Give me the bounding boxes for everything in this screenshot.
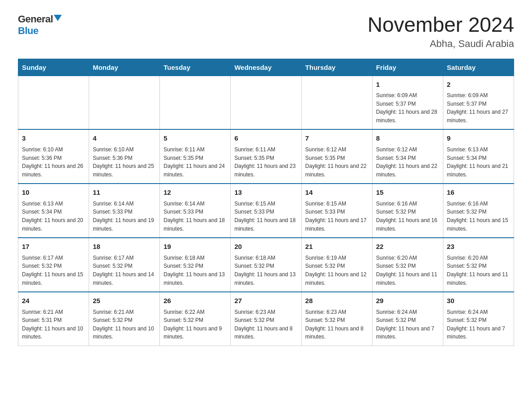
day-info: Sunrise: 6:12 AMSunset: 5:34 PMDaylight:… (376, 146, 439, 179)
calendar-cell (18, 76, 89, 129)
day-info: Sunrise: 6:19 AMSunset: 5:32 PMDaylight:… (305, 254, 369, 287)
calendar-cell: 1Sunrise: 6:09 AMSunset: 5:37 PMDaylight… (372, 76, 443, 129)
day-number: 11 (93, 188, 156, 198)
day-number: 9 (447, 133, 510, 144)
calendar-week-row: 3Sunrise: 6:10 AMSunset: 5:36 PMDaylight… (18, 129, 514, 184)
day-number: 24 (22, 296, 85, 306)
calendar-cell: 4Sunrise: 6:10 AMSunset: 5:36 PMDaylight… (89, 129, 160, 184)
day-number: 14 (305, 188, 369, 198)
weekday-header-friday: Friday (372, 59, 443, 76)
day-info: Sunrise: 6:10 AMSunset: 5:36 PMDaylight:… (93, 146, 156, 179)
day-number: 16 (447, 188, 510, 198)
calendar-cell: 21Sunrise: 6:19 AMSunset: 5:32 PMDayligh… (301, 238, 372, 292)
calendar-cell: 19Sunrise: 6:18 AMSunset: 5:32 PMDayligh… (160, 238, 231, 292)
weekday-header-monday: Monday (89, 59, 160, 76)
calendar-cell: 20Sunrise: 6:18 AMSunset: 5:32 PMDayligh… (231, 238, 301, 292)
weekday-header-saturday: Saturday (443, 59, 514, 76)
calendar-cell: 26Sunrise: 6:22 AMSunset: 5:32 PMDayligh… (160, 292, 231, 346)
day-number: 27 (234, 296, 297, 306)
calendar-cell: 25Sunrise: 6:21 AMSunset: 5:32 PMDayligh… (89, 292, 160, 346)
day-number: 8 (376, 133, 439, 144)
day-info: Sunrise: 6:17 AMSunset: 5:32 PMDaylight:… (22, 254, 85, 287)
logo-triangle-icon (54, 15, 62, 21)
day-info: Sunrise: 6:09 AMSunset: 5:37 PMDaylight:… (447, 91, 510, 124)
day-number: 25 (93, 296, 156, 306)
day-info: Sunrise: 6:15 AMSunset: 5:33 PMDaylight:… (234, 200, 297, 233)
day-number: 12 (163, 188, 227, 198)
calendar-cell (89, 76, 160, 129)
day-number: 1 (376, 80, 439, 90)
calendar-cell (231, 76, 301, 129)
day-number: 3 (22, 133, 85, 144)
day-number: 15 (376, 188, 439, 198)
calendar-week-row: 1Sunrise: 6:09 AMSunset: 5:37 PMDaylight… (18, 76, 514, 129)
day-number: 5 (163, 133, 227, 144)
day-info: Sunrise: 6:20 AMSunset: 5:32 PMDaylight:… (447, 254, 510, 287)
day-info: Sunrise: 6:14 AMSunset: 5:33 PMDaylight:… (163, 200, 227, 233)
calendar-cell: 9Sunrise: 6:13 AMSunset: 5:34 PMDaylight… (443, 129, 514, 184)
calendar-week-row: 24Sunrise: 6:21 AMSunset: 5:31 PMDayligh… (18, 292, 514, 346)
calendar-cell: 6Sunrise: 6:11 AMSunset: 5:35 PMDaylight… (231, 129, 301, 184)
day-info: Sunrise: 6:20 AMSunset: 5:32 PMDaylight:… (376, 254, 439, 287)
day-number: 21 (305, 242, 369, 252)
day-info: Sunrise: 6:18 AMSunset: 5:32 PMDaylight:… (234, 254, 297, 287)
day-number: 23 (447, 242, 510, 252)
day-number: 2 (447, 80, 510, 90)
weekday-header-tuesday: Tuesday (160, 59, 231, 76)
day-info: Sunrise: 6:17 AMSunset: 5:32 PMDaylight:… (93, 254, 156, 287)
day-info: Sunrise: 6:21 AMSunset: 5:31 PMDaylight:… (22, 308, 85, 341)
calendar-cell (301, 76, 372, 129)
calendar-cell: 15Sunrise: 6:16 AMSunset: 5:32 PMDayligh… (372, 184, 443, 238)
weekday-header-sunday: Sunday (18, 59, 89, 76)
calendar-title-block: November 2024 Abha, Saudi Arabia (368, 13, 514, 50)
day-number: 29 (376, 296, 439, 306)
day-info: Sunrise: 6:24 AMSunset: 5:32 PMDaylight:… (376, 308, 439, 341)
calendar-cell (160, 76, 231, 129)
calendar-cell: 28Sunrise: 6:23 AMSunset: 5:32 PMDayligh… (301, 292, 372, 346)
calendar-cell: 2Sunrise: 6:09 AMSunset: 5:37 PMDaylight… (443, 76, 514, 129)
day-info: Sunrise: 6:22 AMSunset: 5:32 PMDaylight:… (163, 308, 227, 341)
day-info: Sunrise: 6:16 AMSunset: 5:32 PMDaylight:… (447, 200, 510, 233)
calendar-header-row: SundayMondayTuesdayWednesdayThursdayFrid… (18, 59, 514, 76)
calendar-week-row: 17Sunrise: 6:17 AMSunset: 5:32 PMDayligh… (18, 238, 514, 292)
weekday-header-wednesday: Wednesday (231, 59, 301, 76)
day-info: Sunrise: 6:14 AMSunset: 5:33 PMDaylight:… (93, 200, 156, 233)
calendar-week-row: 10Sunrise: 6:13 AMSunset: 5:34 PMDayligh… (18, 184, 514, 238)
day-number: 17 (22, 242, 85, 252)
calendar-cell: 7Sunrise: 6:12 AMSunset: 5:35 PMDaylight… (301, 129, 372, 184)
day-number: 10 (22, 188, 85, 198)
day-info: Sunrise: 6:18 AMSunset: 5:32 PMDaylight:… (163, 254, 227, 287)
calendar-cell: 22Sunrise: 6:20 AMSunset: 5:32 PMDayligh… (372, 238, 443, 292)
calendar-cell: 17Sunrise: 6:17 AMSunset: 5:32 PMDayligh… (18, 238, 89, 292)
day-info: Sunrise: 6:10 AMSunset: 5:36 PMDaylight:… (22, 146, 85, 179)
day-info: Sunrise: 6:23 AMSunset: 5:32 PMDaylight:… (305, 308, 369, 341)
day-number: 28 (305, 296, 369, 306)
day-number: 26 (163, 296, 227, 306)
calendar-cell: 18Sunrise: 6:17 AMSunset: 5:32 PMDayligh… (89, 238, 160, 292)
calendar-cell: 5Sunrise: 6:11 AMSunset: 5:35 PMDaylight… (160, 129, 231, 184)
page-header: General Blue November 2024 Abha, Saudi A… (18, 13, 514, 50)
calendar-cell: 16Sunrise: 6:16 AMSunset: 5:32 PMDayligh… (443, 184, 514, 238)
calendar-cell: 24Sunrise: 6:21 AMSunset: 5:31 PMDayligh… (18, 292, 89, 346)
day-number: 30 (447, 296, 510, 306)
day-info: Sunrise: 6:11 AMSunset: 5:35 PMDaylight:… (234, 146, 297, 179)
day-info: Sunrise: 6:13 AMSunset: 5:34 PMDaylight:… (447, 146, 510, 179)
logo: General Blue (18, 13, 62, 37)
day-number: 4 (93, 133, 156, 144)
day-info: Sunrise: 6:24 AMSunset: 5:32 PMDaylight:… (447, 308, 510, 341)
day-number: 6 (234, 133, 297, 144)
calendar-cell: 8Sunrise: 6:12 AMSunset: 5:34 PMDaylight… (372, 129, 443, 184)
logo-general-text: General (18, 13, 53, 25)
calendar-cell: 13Sunrise: 6:15 AMSunset: 5:33 PMDayligh… (231, 184, 301, 238)
day-info: Sunrise: 6:15 AMSunset: 5:33 PMDaylight:… (305, 200, 369, 233)
day-info: Sunrise: 6:11 AMSunset: 5:35 PMDaylight:… (163, 146, 227, 179)
day-number: 7 (305, 133, 369, 144)
day-number: 18 (93, 242, 156, 252)
day-number: 20 (234, 242, 297, 252)
day-info: Sunrise: 6:21 AMSunset: 5:32 PMDaylight:… (93, 308, 156, 341)
calendar-cell: 27Sunrise: 6:23 AMSunset: 5:32 PMDayligh… (231, 292, 301, 346)
calendar-title: November 2024 (368, 13, 514, 36)
logo-blue-text: Blue (18, 25, 39, 37)
calendar-subtitle: Abha, Saudi Arabia (368, 38, 514, 50)
calendar-cell: 30Sunrise: 6:24 AMSunset: 5:32 PMDayligh… (443, 292, 514, 346)
